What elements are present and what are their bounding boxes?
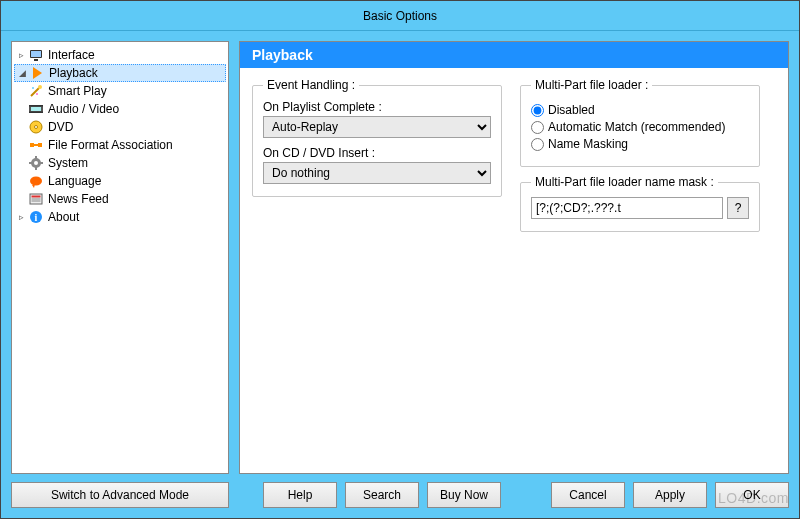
tree-label: Smart Play: [46, 84, 107, 98]
search-button[interactable]: Search: [345, 482, 419, 508]
event-handling-legend: Event Handling :: [263, 78, 359, 92]
options-window: Basic Options ▹ Interface: [0, 0, 800, 519]
radio-label: Name Masking: [548, 137, 628, 151]
svg-rect-14: [30, 143, 34, 147]
tree-item-system[interactable]: ▹ System: [14, 154, 226, 172]
help-button[interactable]: Help: [263, 482, 337, 508]
tree-item-playback[interactable]: ◢ Playback: [14, 64, 226, 82]
client-area: ▹ Interface ◢ Pl: [1, 31, 799, 518]
tree-label: About: [46, 210, 79, 224]
svg-point-6: [32, 87, 34, 89]
switch-mode-button[interactable]: Switch to Advanced Mode: [11, 482, 229, 508]
tree-item-fileformat[interactable]: ▹ File Format Association: [14, 136, 226, 154]
svg-point-18: [34, 161, 38, 165]
tree-item-dvd[interactable]: ▹ DVD: [14, 118, 226, 136]
svg-rect-1: [31, 51, 41, 57]
main-row: ▹ Interface ◢ Pl: [11, 41, 789, 474]
svg-line-4: [31, 88, 39, 96]
event-handling-group: Event Handling : On Playlist Complete : …: [252, 78, 502, 197]
language-icon: [28, 173, 44, 189]
cddvd-insert-select[interactable]: Do nothing: [263, 162, 491, 184]
content-panel: Playback Event Handling : On Playlist Co…: [239, 41, 789, 474]
tree-label: Audio / Video: [46, 102, 119, 116]
tree-item-about[interactable]: ▹ i About: [14, 208, 226, 226]
multipart-option-auto[interactable]: Automatic Match (recommended): [531, 120, 749, 134]
mask-input[interactable]: [531, 197, 723, 219]
multipart-option-mask[interactable]: Name Masking: [531, 137, 749, 151]
tree-label: Interface: [46, 48, 95, 62]
ok-button[interactable]: OK: [715, 482, 789, 508]
radio-auto[interactable]: [531, 121, 544, 134]
svg-rect-15: [38, 143, 42, 147]
window-title: Basic Options: [363, 9, 437, 23]
radio-disabled[interactable]: [531, 104, 544, 117]
radio-label: Automatic Match (recommended): [548, 120, 725, 134]
media-icon: [28, 101, 44, 117]
multipart-legend: Multi-Part file loader :: [531, 78, 652, 92]
monitor-icon: [28, 47, 44, 63]
panel-body: Event Handling : On Playlist Complete : …: [240, 68, 788, 473]
apply-button[interactable]: Apply: [633, 482, 707, 508]
svg-rect-2: [34, 59, 38, 61]
multipart-option-disabled[interactable]: Disabled: [531, 103, 749, 117]
info-icon: i: [28, 209, 44, 225]
wand-icon: [28, 83, 44, 99]
tree-label: Language: [46, 174, 101, 188]
gear-icon: [28, 155, 44, 171]
svg-rect-25: [32, 196, 41, 198]
expander-icon[interactable]: ▹: [16, 212, 26, 222]
mask-help-button[interactable]: ?: [727, 197, 749, 219]
radio-label: Disabled: [548, 103, 595, 117]
panel-title: Playback: [240, 42, 788, 68]
play-icon: [29, 65, 45, 81]
tree-label: System: [46, 156, 88, 170]
svg-text:i: i: [35, 212, 38, 223]
tree-label: Playback: [47, 66, 98, 80]
svg-point-7: [36, 93, 38, 95]
dvd-icon: [28, 119, 44, 135]
tree-item-interface[interactable]: ▹ Interface: [14, 46, 226, 64]
titlebar: Basic Options: [1, 1, 799, 31]
association-icon: [28, 137, 44, 153]
expander-icon[interactable]: ▹: [16, 50, 26, 60]
tree-item-smartplay[interactable]: ▹ Smart Play: [14, 82, 226, 100]
svg-marker-3: [33, 67, 42, 79]
svg-point-23: [30, 177, 42, 186]
tree-label: File Format Association: [46, 138, 173, 152]
playlist-complete-select[interactable]: Auto-Replay: [263, 116, 491, 138]
svg-point-5: [38, 85, 42, 89]
button-bar: Switch to Advanced Mode Help Search Buy …: [11, 482, 789, 508]
multipart-mask-group: Multi-Part file loader name mask : ?: [520, 175, 760, 232]
svg-rect-9: [31, 107, 41, 111]
tree-item-audiovideo[interactable]: ▹ Audio / Video: [14, 100, 226, 118]
nav-tree[interactable]: ▹ Interface ◢ Pl: [11, 41, 229, 474]
cddvd-insert-label: On CD / DVD Insert :: [263, 146, 491, 160]
tree-item-language[interactable]: ▹ Language: [14, 172, 226, 190]
buy-now-button[interactable]: Buy Now: [427, 482, 501, 508]
tree-item-newsfeed[interactable]: ▹ News Feed: [14, 190, 226, 208]
multipart-group: Multi-Part file loader : Disabled Automa…: [520, 78, 760, 167]
playlist-complete-label: On Playlist Complete :: [263, 100, 491, 114]
svg-rect-11: [29, 112, 43, 114]
tree-label: News Feed: [46, 192, 109, 206]
multipart-mask-legend: Multi-Part file loader name mask :: [531, 175, 718, 189]
svg-point-13: [35, 126, 38, 129]
cancel-button[interactable]: Cancel: [551, 482, 625, 508]
svg-rect-10: [29, 105, 43, 107]
news-icon: [28, 191, 44, 207]
tree-label: DVD: [46, 120, 73, 134]
expander-icon[interactable]: ◢: [17, 68, 27, 78]
radio-mask[interactable]: [531, 138, 544, 151]
